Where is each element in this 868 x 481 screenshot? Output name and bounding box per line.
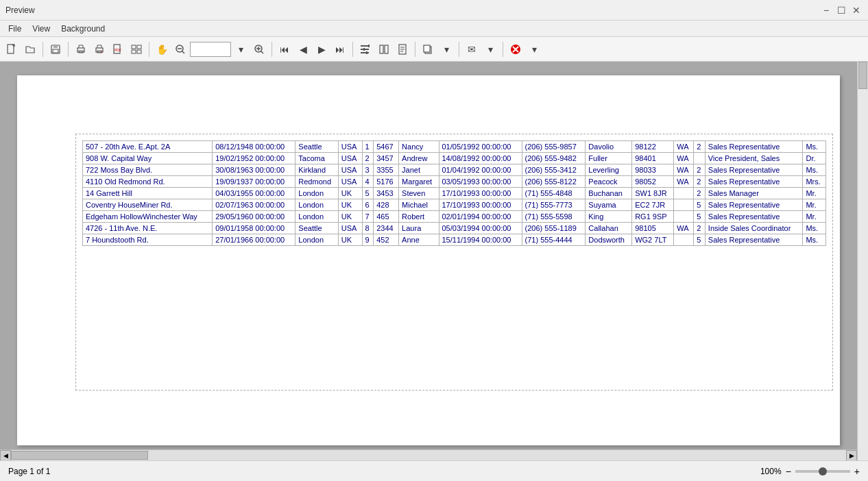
svg-line-20 xyxy=(261,51,264,53)
table-cell: EC2 7JR xyxy=(632,199,674,211)
table-cell: USA xyxy=(338,164,362,176)
toolbar-group-close: ▾ xyxy=(507,40,543,58)
menu-file[interactable]: File xyxy=(3,23,27,35)
minimize-button[interactable]: − xyxy=(820,4,832,16)
zoom-out-small-button[interactable]: − xyxy=(786,466,791,477)
prev-page-button[interactable]: ◀ xyxy=(294,40,312,58)
table-cell: Janet xyxy=(399,164,439,176)
table-cell: 30/08/1963 00:00:00 xyxy=(213,164,296,176)
toolbar-group-email: ✉ ▾ xyxy=(463,40,499,58)
zoom-in-small-button[interactable]: + xyxy=(854,466,860,477)
h-scroll-right-btn[interactable]: ▶ xyxy=(846,450,857,461)
table-cell: Nancy xyxy=(399,141,439,153)
toolbar-separator-6 xyxy=(415,42,415,57)
scroll-area[interactable]: 507 - 20th Ave. E.Apt. 2A08/12/1948 00:0… xyxy=(0,62,857,449)
page-info: Page 1 of 1 xyxy=(8,467,50,476)
close-button[interactable]: ✕ xyxy=(850,4,863,16)
table-cell: Edgeham HollowWinchester Way xyxy=(83,211,213,223)
menu-bar: File View Background xyxy=(0,21,868,37)
maximize-button[interactable]: ☐ xyxy=(835,4,847,16)
table-cell: Steven xyxy=(399,188,439,199)
zoom-in-button[interactable] xyxy=(250,40,268,58)
hand-tool-button[interactable]: ✋ xyxy=(153,40,171,58)
table-cell: 05/03/1994 00:00:00 xyxy=(439,223,522,234)
quick-print-button[interactable]: ! xyxy=(91,40,108,58)
table-cell: Leverling xyxy=(586,164,632,176)
settings2-button[interactable] xyxy=(375,40,393,58)
menu-view[interactable]: View xyxy=(27,23,56,35)
new-button[interactable] xyxy=(3,40,21,58)
table-cell: Sales Representative xyxy=(705,176,803,188)
table-cell: London xyxy=(296,199,338,211)
table-cell: 19/09/1937 00:00:00 xyxy=(213,176,296,188)
open-button[interactable] xyxy=(21,40,39,58)
table-cell: 5176 xyxy=(374,176,399,188)
export-pdf-button[interactable]: PDF xyxy=(109,40,127,58)
toolbar-group-pages: ⏮ ◀ ▶ ⏭ xyxy=(276,40,349,58)
app-title: Preview xyxy=(5,5,35,15)
copy-dropdown-button[interactable]: ▾ xyxy=(437,40,455,58)
zoom-slider[interactable] xyxy=(795,470,850,473)
zoom-out-button[interactable] xyxy=(171,40,189,58)
table-cell: Dr. xyxy=(803,153,826,164)
table-cell: (206) 555-8122 xyxy=(522,176,586,188)
table-cell: WA xyxy=(674,223,694,234)
horizontal-scrollbar-container[interactable]: ◀ ▶ xyxy=(0,449,857,460)
table-cell: 29/05/1960 00:00:00 xyxy=(213,211,296,223)
next-page-button[interactable]: ▶ xyxy=(313,40,330,58)
table-cell: 2 xyxy=(694,223,706,234)
table-cell: 98105 xyxy=(632,223,674,234)
table-cell: Anne xyxy=(399,234,439,246)
first-page-button[interactable]: ⏮ xyxy=(276,40,293,58)
page-container: 507 - 20th Ave. E.Apt. 2A08/12/1948 00:0… xyxy=(0,62,857,449)
table-cell: 15/11/1994 00:00:00 xyxy=(439,234,522,246)
svg-rect-26 xyxy=(368,45,370,47)
table-cell: Sales Representative xyxy=(705,199,803,211)
vertical-scroll-thumb[interactable] xyxy=(858,62,867,89)
h-scroll-thumb[interactable] xyxy=(11,451,148,460)
table-cell: USA xyxy=(338,223,362,234)
table-cell: Laura xyxy=(399,223,439,234)
svg-rect-29 xyxy=(380,45,383,53)
table-cell: Dodsworth xyxy=(586,234,632,246)
table-cell: 465 xyxy=(374,211,399,223)
table-cell: 98052 xyxy=(632,176,674,188)
table-cell: King xyxy=(586,211,632,223)
email-dropdown-button[interactable]: ▾ xyxy=(481,40,499,58)
h-scroll-left-btn[interactable]: ◀ xyxy=(0,450,11,461)
zoom-dropdown-button[interactable]: ▾ xyxy=(232,40,250,58)
view-toggle-button[interactable] xyxy=(128,40,145,58)
table-cell: 4726 - 11th Ave. N.E. xyxy=(83,223,213,234)
copy-button[interactable] xyxy=(419,40,437,58)
page-setup-button[interactable] xyxy=(394,40,411,58)
svg-rect-14 xyxy=(132,50,136,53)
zoom-input[interactable]: 100% xyxy=(190,42,231,57)
table-cell: 09/01/1958 00:00:00 xyxy=(213,223,296,234)
stop-button[interactable] xyxy=(507,40,525,58)
h-scroll-track[interactable] xyxy=(11,450,846,460)
toolbar-group-new xyxy=(3,40,39,58)
vertical-scrollbar[interactable] xyxy=(857,62,868,460)
print-button[interactable] xyxy=(72,40,90,58)
toolbar-separator-4 xyxy=(272,42,272,57)
table-cell: UK xyxy=(338,199,362,211)
email-button[interactable]: ✉ xyxy=(463,40,481,58)
window-controls: − ☐ ✕ xyxy=(820,4,863,16)
last-page-button[interactable]: ⏭ xyxy=(331,40,349,58)
table-cell: 17/10/1993 00:00:00 xyxy=(439,188,522,199)
table-cell: (71) 555-5598 xyxy=(522,211,586,223)
settings1-button[interactable] xyxy=(357,40,374,58)
table-cell: Mr. xyxy=(803,199,826,211)
menu-background[interactable]: Background xyxy=(56,23,110,35)
table-cell: 2 xyxy=(694,188,706,199)
toolbar: ! PDF ✋ 100% ▾ ⏮ ◀ ▶ ⏭ xyxy=(0,37,868,62)
table-cell: Mr. xyxy=(803,188,826,199)
document-page: 507 - 20th Ave. E.Apt. 2A08/12/1948 00:0… xyxy=(17,75,840,445)
table-cell: WA xyxy=(674,153,694,164)
svg-text:PDF: PDF xyxy=(114,48,121,52)
toolbar-group-print: ! PDF xyxy=(72,40,145,58)
stop-dropdown-button[interactable]: ▾ xyxy=(525,40,543,58)
save-button[interactable] xyxy=(47,40,64,58)
data-table: 507 - 20th Ave. E.Apt. 2A08/12/1948 00:0… xyxy=(82,140,826,246)
toolbar-separator-8 xyxy=(503,42,503,57)
